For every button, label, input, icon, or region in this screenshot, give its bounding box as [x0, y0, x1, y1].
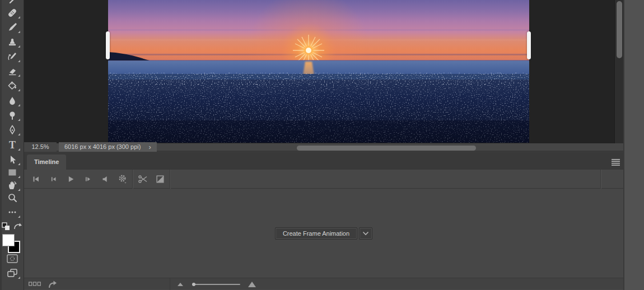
eraser-icon	[7, 66, 18, 77]
timeline-controls-row	[24, 170, 623, 189]
type-tool-icon: T	[7, 139, 18, 151]
photoshop-window: T	[0, 0, 644, 290]
timeline-footer-bar	[24, 278, 623, 289]
hamburger-menu-icon	[612, 159, 620, 166]
ellipsis-icon	[7, 207, 18, 218]
audio-button[interactable]	[96, 170, 114, 188]
next-frame-icon	[83, 174, 93, 184]
tool-type[interactable]: T	[0, 138, 24, 152]
paint-bucket-icon	[7, 80, 18, 91]
tool-screen-mode[interactable]	[0, 266, 24, 280]
brush-icon	[7, 22, 18, 33]
controls-divider	[600, 170, 601, 189]
svg-text:T: T	[8, 139, 15, 151]
panel-menu-button[interactable]	[612, 158, 620, 168]
tool-clone-stamp[interactable]	[0, 35, 24, 49]
magnifier-icon	[7, 192, 18, 203]
tool-edit-toolbar[interactable]	[0, 205, 24, 219]
create-frame-animation-button[interactable]: Create Frame Animation	[275, 227, 357, 240]
vertical-scrollbar-thumb[interactable]	[617, 1, 622, 58]
crop-handle-right[interactable]	[527, 31, 531, 59]
zoom-out-mountain-icon	[176, 281, 184, 287]
convert-to-frame-animation-icon	[29, 280, 41, 287]
selection-arrow-icon	[7, 154, 18, 165]
tab-timeline[interactable]: Timeline	[27, 155, 66, 170]
status-expand-chevron-icon[interactable]: ›	[148, 143, 151, 151]
panel-dock-strip	[623, 0, 644, 290]
chevron-down-icon	[362, 231, 369, 236]
healing-brush-bandaid-icon	[6, 7, 18, 19]
tool-zoom[interactable]	[0, 191, 24, 204]
sunset-photo	[108, 0, 529, 143]
document-info[interactable]: 6016 px x 4016 px (300 ppi) ›	[59, 142, 157, 152]
horizontal-scrollbar-thumb[interactable]	[297, 146, 476, 151]
spot-healing-icon	[7, 0, 18, 4]
previous-frame-icon	[48, 174, 58, 184]
convert-to-frame-animation-button[interactable]	[29, 278, 41, 289]
tool-blur[interactable]	[0, 94, 24, 107]
zoom-level-field[interactable]: 12.5%	[24, 142, 57, 152]
swap-colors-arrow-icon[interactable]	[13, 222, 23, 231]
default-colors-icon[interactable]	[1, 222, 10, 231]
timeline-zoom-slider[interactable]	[193, 284, 240, 285]
tool-pen[interactable]	[0, 123, 24, 137]
hand-rotate-icon	[6, 179, 18, 191]
timeline-panel: Timeline	[24, 153, 623, 290]
first-frame-icon	[31, 174, 41, 184]
flatten-frames-arrow-icon	[48, 280, 58, 288]
tools-toolbar: T	[0, 0, 24, 290]
settings-gear-icon	[117, 174, 128, 184]
controls-divider	[132, 170, 133, 189]
screen-mode-icon	[6, 268, 18, 279]
crop-handle-left[interactable]	[106, 31, 110, 59]
tool-rectangle[interactable]	[0, 166, 24, 179]
tool-path-selection[interactable]	[0, 153, 24, 166]
document-dimensions: 6016 px x 4016 px (300 ppi)	[64, 142, 141, 152]
timeline-tab-bar: Timeline	[24, 153, 623, 170]
tool-spot-healing-partial[interactable]	[0, 0, 24, 6]
sunset-photo-image	[108, 0, 529, 143]
play-icon	[66, 174, 76, 184]
timeline-zoom-slider-thumb[interactable]	[192, 283, 195, 286]
timeline-zoom-in-button[interactable]	[247, 278, 257, 289]
document-status-bar: 12.5% 6016 px x 4016 px (300 ppi) ›	[24, 143, 623, 153]
tool-brush[interactable]	[0, 21, 24, 34]
tool-eraser[interactable]	[0, 64, 24, 78]
vertical-scrollbar[interactable]	[614, 0, 623, 143]
footer-divider	[170, 278, 170, 290]
blur-drop-icon	[7, 95, 18, 106]
tool-color-controls	[0, 219, 24, 233]
playback-settings-button[interactable]	[114, 170, 131, 188]
tool-dodge[interactable]	[0, 109, 24, 122]
zoom-in-mountain-icon	[247, 280, 257, 288]
clone-stamp-icon	[7, 36, 18, 48]
transition-button[interactable]	[151, 170, 169, 188]
tool-quick-mask[interactable]	[0, 252, 24, 265]
split-scissors-icon	[137, 174, 148, 185]
transition-icon	[155, 174, 165, 184]
flatten-frames-button[interactable]	[48, 278, 58, 289]
timeline-content-area: Create Frame Animation	[24, 189, 623, 278]
quick-mask-icon	[6, 254, 18, 264]
create-animation-control: Create Frame Animation	[275, 227, 372, 240]
timeline-zoom-out-button[interactable]	[176, 278, 184, 289]
previous-frame-button[interactable]	[44, 170, 62, 188]
play-button[interactable]	[62, 170, 79, 188]
tool-paint-bucket[interactable]	[0, 79, 24, 92]
next-frame-button[interactable]	[79, 170, 96, 188]
audio-icon	[100, 174, 110, 184]
history-brush-icon	[7, 51, 18, 62]
tool-healing-brush[interactable]	[0, 6, 24, 20]
foreground-color-swatch[interactable]	[2, 234, 15, 246]
first-frame-button[interactable]	[27, 170, 44, 188]
split-at-playhead-button[interactable]	[134, 170, 151, 188]
dodge-icon	[7, 110, 18, 121]
tool-hand[interactable]	[0, 179, 24, 192]
rectangle-shape-icon	[7, 167, 18, 178]
controls-divider	[170, 170, 170, 189]
document-canvas[interactable]	[24, 0, 623, 143]
create-animation-dropdown-button[interactable]	[359, 227, 372, 240]
tool-history-brush[interactable]	[0, 50, 24, 63]
pen-icon	[7, 124, 18, 135]
